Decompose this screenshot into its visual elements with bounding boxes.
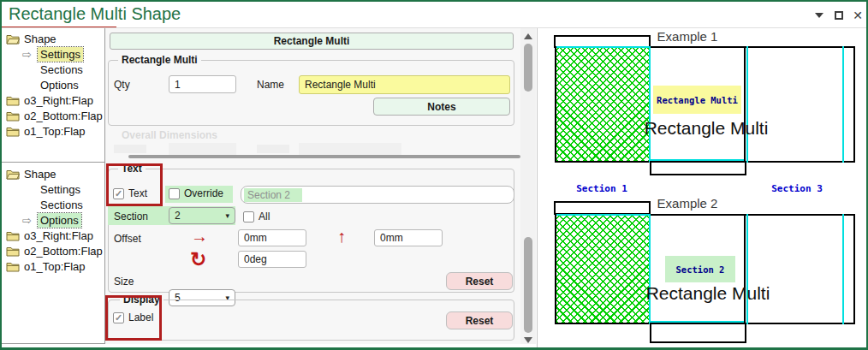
- shape-tree-bottom: Shape Settings Sections ⇨ Options o3_Rig…: [2, 163, 105, 344]
- tree-item-o3-right-flap[interactable]: o3_Right:Flap: [2, 228, 104, 243]
- scroll-down-icon[interactable]: [524, 337, 532, 343]
- window-title: Rectangle Multi Shape: [9, 4, 181, 24]
- annotation-display: [105, 295, 162, 341]
- tree-item-sections[interactable]: Sections: [2, 197, 104, 212]
- top-scrollbar[interactable]: [520, 28, 536, 161]
- close-icon: ✕: [853, 9, 863, 21]
- tree-item-o2-bottom-flap[interactable]: o2_Bottom:Flap: [2, 108, 104, 123]
- example1-crease-glue: [842, 46, 844, 163]
- qty-label: Qty: [114, 79, 130, 91]
- size-label: Size: [114, 276, 134, 288]
- overall-dimensions-ghost-title: Overall Dimensions: [118, 129, 221, 141]
- tree-item-options[interactable]: Options: [2, 77, 104, 92]
- all-checkbox-label: All: [259, 211, 270, 222]
- folder-closed-icon: [6, 261, 21, 272]
- maximize-button[interactable]: [831, 8, 847, 23]
- example1-section1-label: Section 1: [563, 183, 640, 194]
- ghost-field: [169, 143, 236, 155]
- example1-name-tag: Rectangle Multi: [653, 86, 741, 114]
- current-item-arrow-icon: ⇨: [22, 48, 38, 61]
- override-text-input[interactable]: Section 2: [241, 186, 514, 204]
- example1-crease-right: [746, 46, 748, 163]
- example1-shape-text: Rectangle Multi: [633, 118, 779, 139]
- offset-x-arrow-icon: →: [191, 227, 208, 246]
- tree-item-o2-bottom-flap[interactable]: o2_Bottom:Flap: [2, 243, 104, 258]
- display-reset-button[interactable]: Reset: [446, 311, 513, 329]
- annotation-text: [106, 163, 163, 206]
- name-input[interactable]: Rectangle Multi: [299, 75, 510, 94]
- qty-input[interactable]: 1: [169, 75, 236, 93]
- rotation-input[interactable]: 0deg: [238, 251, 306, 268]
- text-reset-button[interactable]: Reset: [446, 272, 513, 290]
- example1-crease-left: [649, 46, 651, 163]
- caret-down-button[interactable]: [812, 8, 827, 23]
- tree-item-options[interactable]: ⇨ Options: [2, 212, 104, 228]
- section-label: Section: [114, 211, 148, 222]
- notes-button[interactable]: Notes: [373, 98, 510, 116]
- example1-bottom-flap: [650, 161, 746, 175]
- dropdown-arrow-icon: ▾: [225, 211, 229, 220]
- offset-y-input[interactable]: 0mm: [374, 229, 443, 246]
- shape-tree-top: Shape ⇨ Settings Sections Options o3_Rig…: [2, 28, 105, 163]
- tree-item-settings[interactable]: Settings: [2, 181, 104, 197]
- folder-closed-icon: [6, 126, 21, 137]
- caret-down-icon: [815, 13, 823, 18]
- folder-open-icon: [6, 33, 21, 44]
- current-item-arrow-icon: ⇨: [22, 214, 38, 227]
- name-label: Name: [257, 79, 284, 91]
- folder-open-icon: [6, 169, 21, 180]
- ghost-label: [257, 145, 289, 153]
- section-dropdown-value: 2: [175, 210, 181, 222]
- override-checkbox: [169, 188, 180, 199]
- scrollbar-thumb[interactable]: [524, 237, 532, 333]
- example2-hatch-section: [556, 216, 650, 323]
- folder-closed-icon: [6, 246, 21, 257]
- example1-cut-line: [744, 46, 746, 163]
- rectangle-multi-shape-window: Rectangle Multi Shape ✕ Shape ⇨ Settings…: [0, 0, 868, 350]
- example1-section3-label: Section 3: [758, 183, 835, 194]
- folder-closed-icon: [6, 110, 21, 122]
- offset-label: Offset: [114, 233, 141, 245]
- offset-x-input[interactable]: 0mm: [238, 229, 306, 246]
- override-checkbox-label: Override: [184, 187, 223, 199]
- tree-item-sections[interactable]: Sections: [2, 62, 104, 77]
- panel-splitter[interactable]: [128, 155, 520, 158]
- example2-crease-left: [649, 214, 651, 324]
- shape-header-button[interactable]: Rectangle Multi: [110, 33, 514, 50]
- rotate-icon: ↻: [190, 248, 206, 271]
- tree-item-shape[interactable]: Shape: [2, 166, 104, 181]
- folder-closed-icon: [6, 230, 21, 241]
- scroll-up-icon[interactable]: [524, 33, 532, 39]
- maximize-icon: [835, 11, 843, 20]
- offset-y-arrow-icon: ↑: [337, 227, 346, 246]
- section-dropdown[interactable]: 2 ▾: [169, 207, 235, 224]
- override-checkbox-row[interactable]: Override: [169, 187, 223, 199]
- example2-shape-text: Rectangle Multi: [635, 283, 781, 304]
- tree-item-settings[interactable]: ⇨ Settings: [2, 46, 104, 62]
- folder-closed-icon: [6, 95, 21, 106]
- tree-item-o1-top-flap[interactable]: o1_Top:Flap: [2, 258, 104, 274]
- example1-hatch-section: [556, 48, 650, 161]
- override-text-value: Section 2: [244, 188, 302, 202]
- preview-panel: Example 1 Rectangle Multi Rectangle Mult…: [537, 28, 866, 347]
- example2-top-flap: [554, 201, 651, 215]
- all-checkbox: [243, 211, 254, 222]
- all-checkbox-row[interactable]: All: [243, 211, 270, 222]
- bottom-scrollbar[interactable]: [520, 161, 536, 344]
- example2-crease-right: [746, 214, 748, 324]
- tree-item-o3-right-flap[interactable]: o3_Right:Flap: [2, 92, 104, 108]
- example2-cut-line: [744, 214, 746, 324]
- scrollbar-thumb[interactable]: [524, 44, 532, 92]
- example2-bottom-flap: [650, 323, 746, 343]
- tree-item-o1-top-flap[interactable]: o1_Top:Flap: [2, 123, 104, 139]
- close-button[interactable]: ✕: [850, 8, 865, 23]
- example2-crease-glue: [842, 214, 844, 324]
- tree-item-shape[interactable]: Shape: [2, 31, 104, 46]
- ghost-field: [299, 143, 401, 155]
- rectangle-multi-group-title: Rectangle Multi: [118, 54, 201, 66]
- example2-section-tag: Section 2: [665, 256, 735, 282]
- ghost-label: [114, 145, 146, 153]
